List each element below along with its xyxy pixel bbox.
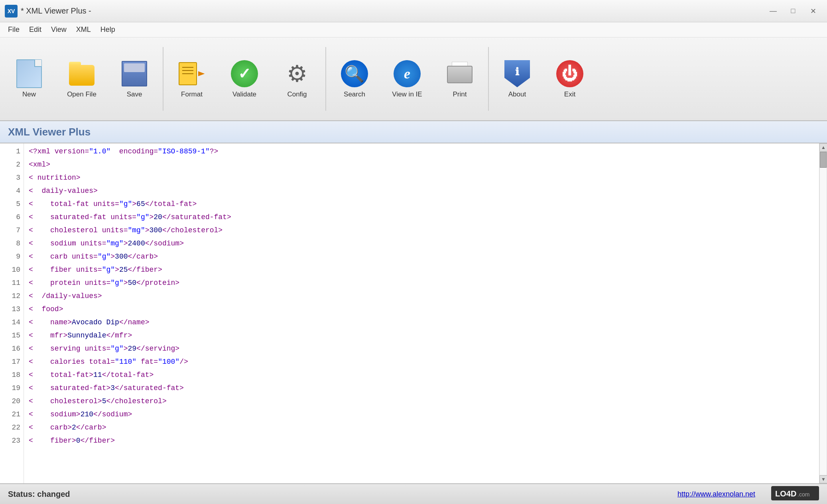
about-button[interactable]: ℹ About (491, 42, 543, 116)
new-icon-container (15, 59, 43, 88)
view-ie-label: View in IE (392, 90, 422, 98)
xml-line-6: < saturated-fat units="g">20</saturated-… (29, 213, 231, 221)
menu-file[interactable]: File (3, 24, 24, 35)
line-num-23: 23 (0, 434, 24, 447)
print-body-icon (447, 66, 473, 83)
line-numbers: 1 2 3 4 5 6 7 8 9 10 11 12 13 14 15 16 1… (0, 143, 24, 483)
line-num-5: 5 (0, 198, 24, 211)
title-controls: — □ ✕ (764, 5, 822, 18)
save-button[interactable]: Save (108, 42, 160, 116)
line-num-15: 15 (0, 329, 24, 342)
toolbar: New Open File Save (0, 37, 827, 121)
view-ie-button[interactable]: e View in IE (381, 42, 433, 116)
validate-label: Validate (232, 90, 256, 98)
window-title: * XML Viewer Plus - (21, 6, 91, 16)
xml-line-10: < fiber units="g">25</fiber> (29, 266, 162, 274)
svg-text:LO4D: LO4D (775, 489, 796, 498)
scroll-down-arrow[interactable]: ▼ (819, 475, 827, 483)
search-button[interactable]: 🔍 Search (329, 42, 380, 116)
open-icon-container (67, 59, 96, 88)
exit-button[interactable]: ⏻ Exit (544, 42, 596, 116)
open-file-button[interactable]: Open File (56, 42, 108, 116)
close-button[interactable]: ✕ (804, 5, 822, 18)
line-num-14: 14 (0, 316, 24, 329)
scroll-up-arrow[interactable]: ▲ (819, 143, 827, 151)
validate-button[interactable]: ✓ Validate (219, 42, 270, 116)
line-num-4: 4 (0, 184, 24, 198)
xml-line-23: < fiber>0</fiber> (29, 437, 115, 445)
code-editor[interactable]: <?xml version="1.0" encoding="ISO-8859-1… (24, 143, 819, 483)
open-icon (67, 62, 96, 86)
format-label: Format (181, 90, 203, 98)
new-label: New (22, 90, 36, 98)
minimize-button[interactable]: — (764, 5, 782, 18)
xml-line-14: < name>Avocado Dip</name> (29, 318, 150, 326)
scroll-track[interactable] (819, 151, 827, 475)
line-num-13: 13 (0, 303, 24, 316)
line-num-21: 21 (0, 408, 24, 421)
separator-3 (488, 47, 489, 111)
menu-edit[interactable]: Edit (24, 24, 46, 35)
scroll-thumb[interactable] (820, 152, 827, 168)
line-num-10: 10 (0, 263, 24, 277)
line-num-3: 3 (0, 171, 24, 184)
xml-line-7: < cholesterol units="mg">300</cholestero… (29, 226, 223, 234)
validate-icon: ✓ (231, 60, 258, 87)
about-label: About (508, 90, 526, 98)
status-bar: Status: changed http://www.alexnolan.net… (0, 483, 827, 504)
editor-container: 1 2 3 4 5 6 7 8 9 10 11 12 13 14 15 16 1… (0, 143, 827, 483)
line-num-19: 19 (0, 382, 24, 395)
line-num-7: 7 (0, 224, 24, 237)
lo4d-logo: LO4D .com (771, 486, 819, 502)
xml-line-13: < food> (29, 305, 63, 313)
status-link[interactable]: http://www.alexnolan.net (677, 490, 755, 498)
app-icon: XV (5, 5, 18, 18)
line-num-11: 11 (0, 277, 24, 290)
lo4d-logo-svg: LO4D .com (771, 486, 819, 500)
format-button[interactable]: Format (166, 42, 218, 116)
line-num-9: 9 (0, 250, 24, 263)
xml-line-16: < serving units="g">29</serving> (29, 345, 179, 353)
search-label: Search (344, 90, 365, 98)
line-num-20: 20 (0, 395, 24, 408)
menu-help[interactable]: Help (96, 24, 120, 35)
menu-view[interactable]: View (46, 24, 71, 35)
xml-line-5: < total-fat units="g">65</total-fat> (29, 200, 197, 208)
print-icon-container (445, 59, 474, 88)
new-icon (16, 59, 42, 88)
line-num-18: 18 (0, 369, 24, 382)
separator-2 (325, 47, 326, 111)
save-label: Save (127, 90, 142, 98)
print-label: Print (453, 90, 467, 98)
line-num-22: 22 (0, 421, 24, 434)
save-icon-container (120, 59, 149, 88)
status-text: Status: changed (8, 490, 70, 499)
config-icon: ⚙ (284, 60, 311, 87)
config-icon-container: ⚙ (283, 59, 311, 88)
xml-line-3: < nutrition> (29, 174, 81, 182)
menu-xml[interactable]: XML (71, 24, 96, 35)
print-button[interactable]: Print (434, 42, 486, 116)
search-icon: 🔍 (341, 60, 368, 87)
line-num-6: 6 (0, 211, 24, 224)
search-icon-container: 🔍 (340, 59, 369, 88)
xml-line-17: < calories total="110" fat="100"/> (29, 358, 188, 366)
svg-text:.com: .com (797, 491, 809, 498)
xml-line-12: < /daily-values> (29, 292, 102, 300)
scrollbar[interactable]: ▲ ▼ (819, 143, 827, 483)
xml-line-11: < protein units="g">50</protein> (29, 279, 179, 287)
status-right: http://www.alexnolan.net LO4D .com (677, 486, 819, 502)
app-banner-title: XML Viewer Plus (8, 126, 91, 138)
title-bar-left: XV * XML Viewer Plus - (5, 5, 91, 18)
format-icon (177, 59, 206, 88)
save-icon (122, 61, 147, 86)
new-button[interactable]: New (3, 42, 55, 116)
maximize-button[interactable]: □ (784, 5, 802, 18)
svg-marker-5 (198, 71, 205, 76)
config-label: Config (287, 90, 307, 98)
exit-icon-container: ⏻ (555, 59, 584, 88)
config-button[interactable]: ⚙ Config (271, 42, 323, 116)
line-num-12: 12 (0, 290, 24, 303)
separator-1 (163, 47, 163, 111)
xml-pi: <?xml version="1.0" encoding="ISO-8859-1… (29, 147, 218, 155)
